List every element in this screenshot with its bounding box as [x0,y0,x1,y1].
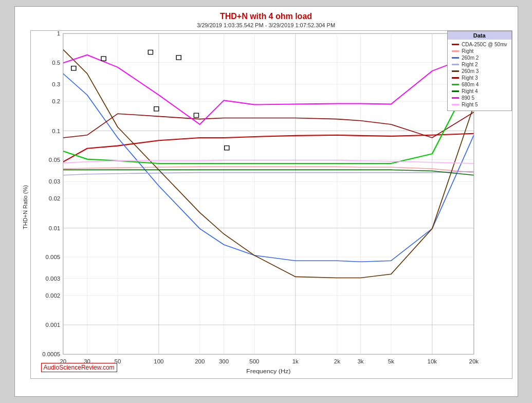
y-axis-label: THD+N Ratio (%) [20,30,30,384]
svg-text:0.003: 0.003 [45,276,60,281]
legend-item: 260m 3 [452,68,507,74]
chart-body: THD+N Ratio (%) AP Data CDA-250C @ 50mv … [20,30,512,384]
legend-item: Right 5 [452,102,507,107]
legend-item-label: 890 5 [462,95,474,101]
chart-plot-area: AP Data CDA-250C @ 50mv Right 260m 2 Rig… [30,30,512,379]
chart-subtitle: 3/29/2019 1:03:35.542 PM - 3/29/2019 1:0… [20,22,512,28]
svg-text:0.1: 0.1 [52,128,60,134]
svg-text:1: 1 [57,31,60,36]
svg-text:30: 30 [84,358,90,364]
legend-item: CDA-250C @ 50mv [452,42,507,47]
legend-color-swatch [452,90,459,92]
legend-item: 680m 4 [452,82,507,87]
legend-item-label: Right 3 [462,75,478,81]
svg-text:5k: 5k [388,358,394,364]
legend-color-swatch [452,104,459,105]
svg-text:100: 100 [154,358,163,364]
legend-color-swatch [452,64,459,65]
svg-text:0.03: 0.03 [48,179,60,185]
svg-text:0.001: 0.001 [45,322,60,328]
legend-color-swatch [452,77,459,79]
legend-item-label: Right [462,48,473,54]
legend-item-label: 680m 4 [462,82,479,87]
chart-title: THD+N with 4 ohm load [20,12,512,21]
legend-item-label: Right 4 [462,88,478,94]
svg-text:0.002: 0.002 [45,292,60,298]
svg-text:3k: 3k [357,358,364,364]
legend-item-label: CDA-250C @ 50mv [462,42,507,47]
svg-text:50: 50 [114,358,121,364]
svg-text:1k: 1k [292,358,299,364]
svg-text:0.0005: 0.0005 [42,352,60,357]
legend-color-swatch [452,97,459,99]
svg-text:2k: 2k [334,358,340,364]
legend-items: CDA-250C @ 50mv Right 260m 2 Right 2 260… [452,42,507,107]
svg-text:0.5: 0.5 [52,60,60,65]
legend-item-label: Right 2 [462,62,478,67]
legend: Data CDA-250C @ 50mv Right 260m 2 Right … [447,31,512,111]
svg-text:500: 500 [249,358,259,364]
legend-color-swatch [452,44,459,45]
legend-item: Right 3 [452,75,507,81]
svg-text:20k: 20k [469,358,479,364]
legend-item: Right 4 [452,88,507,94]
legend-item-label: Right 5 [462,102,478,107]
svg-rect-1 [63,33,473,354]
svg-text:200: 200 [195,358,205,364]
legend-item-label: 260m 3 [462,68,479,74]
svg-text:0.3: 0.3 [52,82,60,87]
svg-text:0.2: 0.2 [52,99,60,104]
svg-text:10k: 10k [427,358,437,364]
chart-svg: 1 0.5 0.3 0.2 0.1 0.05 0.03 0.02 0.01 0.… [31,31,512,378]
svg-text:Frequency (Hz): Frequency (Hz) [246,368,290,374]
legend-item: Right [452,48,507,54]
svg-text:0.005: 0.005 [45,254,60,260]
x-axis-area [30,379,512,384]
svg-text:0.01: 0.01 [48,225,60,231]
legend-color-swatch [452,57,459,59]
legend-item: 260m 2 [452,55,507,61]
svg-text:0.02: 0.02 [48,195,60,201]
svg-text:300: 300 [219,358,229,364]
svg-text:20: 20 [60,358,66,364]
svg-text:0.05: 0.05 [48,157,60,162]
legend-color-swatch [452,50,459,52]
legend-color-swatch [452,84,459,85]
legend-title: Data [448,31,511,40]
legend-color-swatch [452,70,459,72]
legend-item: 890 5 [452,95,507,101]
legend-item: Right 2 [452,62,507,67]
legend-item-label: 260m 2 [462,55,479,61]
chart-area-wrapper: AP Data CDA-250C @ 50mv Right 260m 2 Rig… [30,30,512,384]
chart-container: THD+N with 4 ohm load 3/29/2019 1:03:35.… [14,6,518,397]
